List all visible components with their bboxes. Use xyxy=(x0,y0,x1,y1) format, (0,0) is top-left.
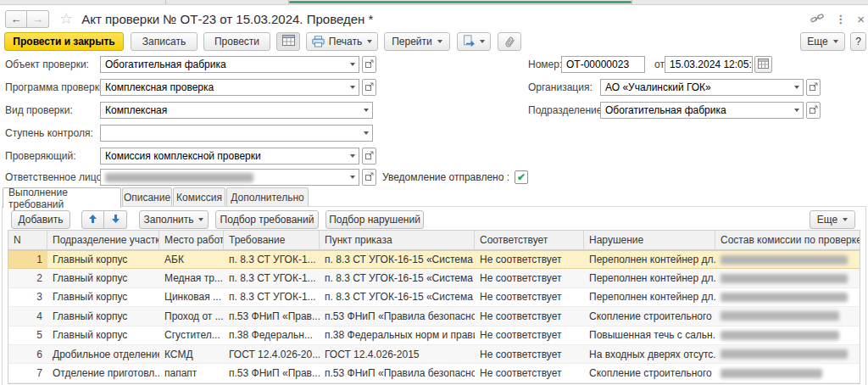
create-based-on-icon xyxy=(463,35,475,49)
cell-place: Проход от ... xyxy=(159,307,224,325)
control-stage-field[interactable] xyxy=(100,125,373,142)
column-header-order-item[interactable]: Пункт приказа xyxy=(320,231,475,249)
table-row[interactable]: 3 Главный корпус Цинковая ... п. 8.3 СТ … xyxy=(8,288,860,307)
cell-requirement: п. 8.3 СТ УГОК-1... xyxy=(224,269,320,287)
date-field[interactable]: 15.03.2024 12:05:06 xyxy=(665,56,753,73)
cell-n: 6 xyxy=(8,345,47,363)
department-field[interactable]: Обогатительная фабрика xyxy=(600,102,804,119)
tab-requirements[interactable]: Выполнение требований xyxy=(3,187,121,208)
inspector-open-button[interactable] xyxy=(362,148,376,165)
cell-violation: Скопление строительного ... xyxy=(584,307,715,325)
move-row-buttons xyxy=(81,210,127,229)
cell-dept: Главный корпус xyxy=(47,251,159,268)
forward-arrow-icon: → xyxy=(32,13,43,25)
dropdown-icon[interactable] xyxy=(790,103,803,118)
column-header-n[interactable]: N xyxy=(8,231,47,249)
program-open-button[interactable] xyxy=(362,79,376,96)
dropdown-icon[interactable] xyxy=(346,80,359,95)
table-more-button[interactable]: Еще xyxy=(810,210,855,229)
cell-order: п.53 ФНиП «Правила безопасно... xyxy=(320,364,475,382)
pick-requirements-button[interactable]: Подбор требований xyxy=(215,210,319,229)
organization-open-button[interactable] xyxy=(806,79,821,96)
kind-value: Комплексная xyxy=(101,104,359,116)
column-header-requirement[interactable]: Требование xyxy=(224,231,320,249)
column-header-dept[interactable]: Подразделение участка xyxy=(47,231,159,249)
organization-field[interactable]: АО «Учалинский ГОК» xyxy=(600,79,804,96)
responsible-field[interactable] xyxy=(100,169,359,186)
kebab-menu-icon[interactable]: ⋮ xyxy=(835,14,846,25)
number-field[interactable]: ОТ-00000023 xyxy=(561,56,645,73)
tab-additional[interactable]: Дополнительно xyxy=(226,187,309,207)
forward-button[interactable]: → xyxy=(27,10,49,28)
dropdown-icon[interactable] xyxy=(346,57,359,72)
table-row[interactable]: 5 Главный корпус Сгустител... п.38 Федер… xyxy=(8,326,860,345)
post-button[interactable]: Провести xyxy=(203,32,270,51)
table-row[interactable]: 7 Отделение приготовл... папапт п.53 ФНи… xyxy=(8,364,860,382)
inspector-value: Комиссия комплексной проверки xyxy=(101,150,346,162)
responsible-open-button[interactable] xyxy=(362,169,376,186)
dropdown-icon[interactable] xyxy=(790,80,803,95)
attachments-button[interactable] xyxy=(498,32,521,51)
fill-button[interactable]: Заполнить xyxy=(139,210,209,229)
report-structure-button[interactable] xyxy=(276,32,300,51)
move-up-button[interactable] xyxy=(81,210,104,229)
cell-n: 1 xyxy=(8,251,47,268)
app-window: ← → ☆ Акт проверки № ОТ-23 от 15.03.2024… xyxy=(0,0,868,385)
column-header-violation[interactable]: Нарушение xyxy=(584,231,715,249)
dropdown-icon[interactable] xyxy=(359,126,372,141)
cell-match: Не соответствует xyxy=(475,307,584,325)
goto-button[interactable]: Перейти xyxy=(384,32,450,51)
number-value: ОТ-00000023 xyxy=(562,59,644,70)
dropdown-icon[interactable] xyxy=(346,170,359,185)
object-open-button[interactable] xyxy=(362,56,376,73)
kind-field[interactable]: Комплексная xyxy=(100,102,373,119)
favorite-star-icon[interactable]: ☆ xyxy=(59,11,73,26)
notification-sent-checkbox[interactable]: ✔ xyxy=(515,170,528,184)
table-row[interactable]: 4 Главный корпус Проход от ... п.53 ФНиП… xyxy=(8,307,860,326)
program-field[interactable]: Комплексная проверка xyxy=(100,79,359,96)
move-down-button[interactable] xyxy=(104,210,127,229)
create-based-on-button[interactable] xyxy=(457,32,491,51)
table-row[interactable]: 2 Главный корпус Медная тр... п. 8.3 СТ … xyxy=(8,269,860,287)
dropdown-icon[interactable] xyxy=(346,148,359,164)
department-open-button[interactable] xyxy=(806,102,821,119)
inspector-field[interactable]: Комиссия комплексной проверки xyxy=(100,148,359,165)
calendar-button[interactable] xyxy=(754,56,772,73)
print-button[interactable]: Печать xyxy=(306,32,378,51)
arrow-down-icon xyxy=(111,214,120,226)
table-row[interactable]: 6 Дробильное отделение КСМД ГОСТ 12.4.02… xyxy=(8,345,860,364)
post-and-close-button[interactable]: Провести и закрыть xyxy=(4,32,124,51)
dropdown-icon[interactable] xyxy=(359,103,372,118)
cell-commission-redacted xyxy=(715,288,860,306)
link-icon[interactable] xyxy=(810,13,824,25)
tab-commission[interactable]: Комиссия xyxy=(173,187,225,207)
column-header-commission[interactable]: Состав комиссии по проверке xyxy=(715,231,860,249)
tab-description[interactable]: Описание xyxy=(122,187,172,207)
back-arrow-icon: ← xyxy=(11,13,22,25)
pick-requirements-label: Подбор требований xyxy=(220,214,314,226)
printer-icon xyxy=(312,36,325,47)
object-field[interactable]: Обогатительная фабрика xyxy=(100,56,359,73)
cell-commission-redacted xyxy=(715,307,860,325)
column-header-place[interactable]: Место работ xyxy=(159,231,224,249)
cell-match: Не соответствует xyxy=(475,326,584,344)
column-header-match[interactable]: Соответствует xyxy=(475,231,584,249)
tab-description-label: Описание xyxy=(124,192,170,204)
cell-requirement: п.38 Федеральн... xyxy=(224,326,320,344)
chevron-down-icon xyxy=(367,40,372,43)
pick-violations-button[interactable]: Подбор нарушений xyxy=(326,210,424,229)
command-bar: Провести и закрыть Записать Провести Печ… xyxy=(0,32,868,53)
write-button[interactable]: Записать xyxy=(131,32,198,51)
more-button[interactable]: Еще xyxy=(800,32,845,51)
field-label-program: Программа проверки: xyxy=(5,79,108,96)
table-row[interactable]: 1 Главный корпус АБК п. 8.3 СТ УГОК-1...… xyxy=(8,250,860,269)
add-row-button[interactable]: Добавить xyxy=(11,210,70,229)
back-button[interactable]: ← xyxy=(5,10,27,28)
close-icon[interactable]: × xyxy=(857,13,865,25)
open-icon xyxy=(365,171,374,183)
object-value: Обогатительная фабрика xyxy=(101,59,346,70)
field-label-kind: Вид проверки: xyxy=(5,102,73,119)
open-icon xyxy=(365,59,374,70)
cell-order: п.53 ФНиП «Правила безопасно... xyxy=(320,307,475,325)
help-button[interactable]: ? xyxy=(850,32,866,51)
